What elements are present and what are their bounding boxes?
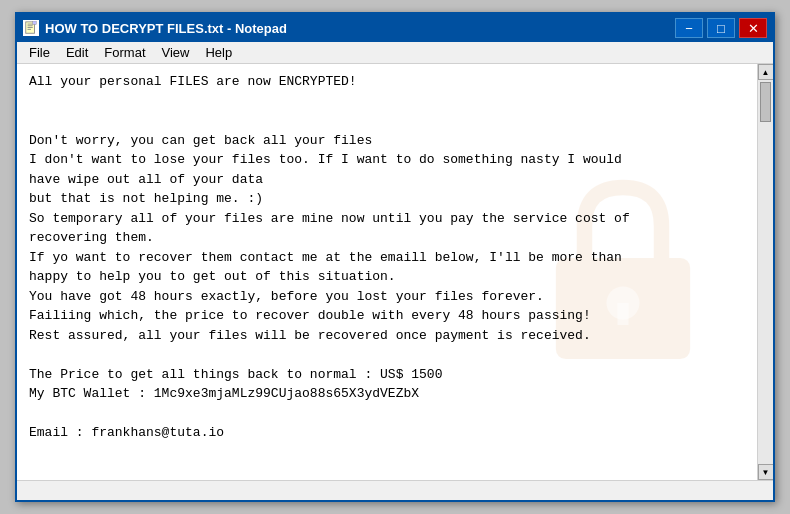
close-button[interactable]: ✕ xyxy=(739,18,767,38)
menu-file[interactable]: File xyxy=(21,43,58,62)
status-bar xyxy=(17,480,773,500)
scroll-thumb[interactable] xyxy=(760,82,771,122)
svg-rect-4 xyxy=(28,29,32,30)
title-bar-left: HOW TO DECRYPT FILES.txt - Notepad xyxy=(23,20,287,36)
svg-rect-2 xyxy=(28,25,33,26)
scroll-down-arrow[interactable]: ▼ xyxy=(758,464,774,480)
notepad-icon xyxy=(23,20,39,36)
menu-bar: File Edit Format View Help xyxy=(17,42,773,64)
menu-help[interactable]: Help xyxy=(197,43,240,62)
content-area: All your personal FILES are now ENCRYPTE… xyxy=(17,64,773,480)
minimize-button[interactable]: − xyxy=(675,18,703,38)
notepad-window: HOW TO DECRYPT FILES.txt - Notepad − □ ✕… xyxy=(15,12,775,502)
title-bar: HOW TO DECRYPT FILES.txt - Notepad − □ ✕ xyxy=(17,14,773,42)
text-content[interactable]: All your personal FILES are now ENCRYPTE… xyxy=(17,64,757,480)
menu-edit[interactable]: Edit xyxy=(58,43,96,62)
svg-rect-5 xyxy=(33,21,37,25)
window-title: HOW TO DECRYPT FILES.txt - Notepad xyxy=(45,21,287,36)
title-bar-buttons: − □ ✕ xyxy=(675,18,767,38)
maximize-button[interactable]: □ xyxy=(707,18,735,38)
scroll-up-arrow[interactable]: ▲ xyxy=(758,64,774,80)
scrollbar[interactable]: ▲ ▼ xyxy=(757,64,773,480)
scroll-track[interactable] xyxy=(758,80,773,464)
svg-rect-1 xyxy=(28,24,33,25)
menu-format[interactable]: Format xyxy=(96,43,153,62)
svg-rect-3 xyxy=(28,27,33,28)
menu-view[interactable]: View xyxy=(154,43,198,62)
